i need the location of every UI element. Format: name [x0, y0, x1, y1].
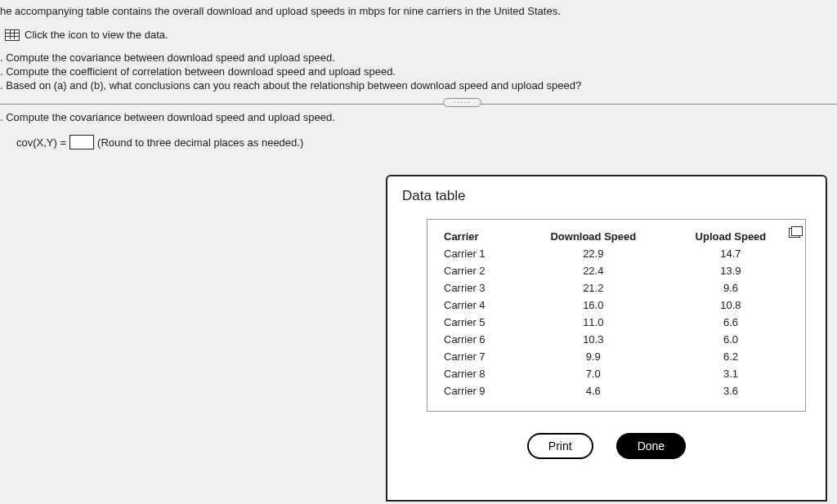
print-button[interactable]: Print: [527, 433, 593, 459]
cell-upload: 6.2: [668, 348, 794, 365]
table-row: Carrier 321.29.6: [439, 279, 794, 297]
task-a: . Compute the covariance between downloa…: [0, 51, 837, 65]
cell-upload: 3.1: [668, 365, 794, 382]
expand-pill-icon[interactable]: ·····: [443, 98, 481, 107]
cell-upload: 6.0: [668, 331, 794, 348]
answer-suffix: (Round to three decimal places as needed…: [97, 136, 303, 149]
popup-title: Data table: [402, 188, 811, 204]
data-table-icon[interactable]: [5, 29, 20, 41]
cell-carrier: Carrier 2: [439, 262, 519, 279]
header-carrier: Carrier: [439, 228, 519, 245]
covariance-input[interactable]: [69, 135, 94, 149]
task-c: . Based on (a) and (b), what conclusions…: [0, 78, 837, 92]
table-row: Carrier 511.06.6: [439, 314, 794, 331]
cell-carrier: Carrier 5: [439, 314, 519, 331]
task-b: . Compute the coefficient of correlation…: [0, 65, 837, 78]
data-table: Carrier Download Speed Upload Speed Carr…: [439, 228, 794, 399]
cell-download: 22.9: [519, 245, 668, 262]
section-divider: ·····: [0, 104, 837, 105]
cell-upload: 10.8: [668, 297, 794, 314]
question-panel: he accompanying table contains the overa…: [0, 0, 837, 149]
answer-row: cov(X,Y) = (Round to three decimal place…: [0, 130, 837, 149]
cell-carrier: Carrier 4: [439, 297, 519, 314]
section-header: . Compute the covariance between downloa…: [0, 108, 837, 130]
table-row: Carrier 610.36.0: [439, 331, 794, 348]
table-row: Carrier 87.03.1: [439, 365, 794, 382]
cell-download: 22.4: [519, 262, 668, 279]
cell-carrier: Carrier 1: [439, 245, 519, 262]
cell-download: 7.0: [519, 365, 668, 382]
answer-prefix: cov(X,Y) =: [16, 136, 66, 149]
table-row: Carrier 122.914.7: [439, 245, 794, 262]
table-row: Carrier 94.63.6: [439, 382, 794, 399]
cell-download: 4.6: [519, 382, 668, 399]
cell-download: 9.9: [519, 348, 668, 365]
table-header-row: Carrier Download Speed Upload Speed: [439, 228, 794, 245]
cell-upload: 3.6: [668, 382, 794, 399]
cell-carrier: Carrier 9: [439, 382, 519, 399]
cell-download: 11.0: [519, 314, 668, 331]
done-button[interactable]: Done: [616, 433, 686, 459]
data-table-popup: Data table Carrier Download Speed Upload…: [386, 175, 827, 502]
icon-instruction-text: Click the icon to view the data.: [25, 29, 168, 41]
cell-carrier: Carrier 7: [439, 348, 519, 365]
cell-upload: 9.6: [668, 279, 794, 297]
task-list: . Compute the covariance between downloa…: [0, 49, 837, 97]
header-upload: Upload Speed: [668, 228, 794, 245]
cell-download: 21.2: [519, 279, 668, 297]
table-row: Carrier 222.413.9: [439, 262, 794, 279]
cell-carrier: Carrier 3: [439, 279, 519, 297]
cell-upload: 14.7: [668, 245, 794, 262]
data-table-container: Carrier Download Speed Upload Speed Carr…: [427, 219, 806, 412]
cell-upload: 6.6: [668, 314, 794, 331]
table-row: Carrier 79.96.2: [439, 348, 794, 365]
intro-text: he accompanying table contains the overa…: [0, 5, 837, 24]
cell-download: 10.3: [519, 331, 668, 348]
table-row: Carrier 416.010.8: [439, 297, 794, 314]
header-download: Download Speed: [519, 228, 668, 245]
copy-icon[interactable]: [789, 228, 800, 238]
cell-carrier: Carrier 8: [439, 365, 519, 382]
cell-carrier: Carrier 6: [439, 331, 519, 348]
cell-download: 16.0: [519, 297, 668, 314]
cell-upload: 13.9: [668, 262, 794, 279]
